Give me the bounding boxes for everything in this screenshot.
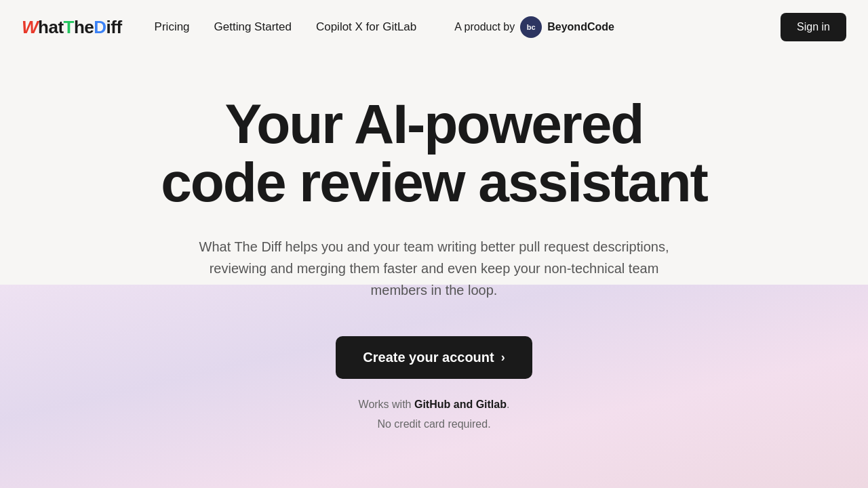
hero-heading-line2: code review assistant xyxy=(161,151,707,213)
logo-w: W xyxy=(22,17,38,38)
nav-pricing[interactable]: Pricing xyxy=(155,20,190,34)
logo-d: D xyxy=(94,17,106,38)
logo-the-t: T xyxy=(64,17,74,38)
hero-subtext: What The Diff helps you and your team wr… xyxy=(183,236,685,301)
works-with-prefix: Works with xyxy=(359,399,414,410)
navigation: W hat T he D iff Pricing Getting Started… xyxy=(0,0,868,54)
beyond-code-badge: bc xyxy=(520,16,542,38)
logo[interactable]: W hat T he D iff xyxy=(22,17,122,38)
sign-in-button[interactable]: Sign in xyxy=(781,13,846,41)
hero-heading: Your AI-powered code review assistant xyxy=(161,95,707,211)
logo-he: he xyxy=(74,17,94,38)
works-with-platforms: GitHub and Gitlab xyxy=(414,399,507,410)
cta-label: Create your account xyxy=(363,350,494,365)
works-with-text: Works with GitHub and Gitlab. No credit … xyxy=(359,395,510,434)
hero-section: Your AI-powered code review assistant Wh… xyxy=(0,54,868,434)
logo-hat: hat xyxy=(38,17,64,38)
product-by-label: A product by xyxy=(454,21,515,33)
nav-right: Sign in xyxy=(781,13,846,41)
works-with-suffix: . xyxy=(507,399,509,410)
beyond-code-name: BeyondCode xyxy=(547,21,614,33)
beyond-code-initials: bc xyxy=(527,23,536,31)
hero-heading-line1: Your AI-powered xyxy=(225,93,644,155)
logo-iff: iff xyxy=(106,17,122,38)
nav-getting-started[interactable]: Getting Started xyxy=(214,20,292,34)
nav-copilot-gitlab[interactable]: Copilot X for GitLab xyxy=(316,20,416,34)
logo-text: W hat T he D iff xyxy=(22,17,122,38)
product-by: A product by bc BeyondCode xyxy=(454,16,614,38)
no-credit-card: No credit card required. xyxy=(377,418,490,430)
nav-links: Pricing Getting Started Copilot X for Gi… xyxy=(155,16,781,38)
create-account-button[interactable]: Create your account › xyxy=(336,336,532,379)
chevron-right-icon: › xyxy=(501,350,505,365)
